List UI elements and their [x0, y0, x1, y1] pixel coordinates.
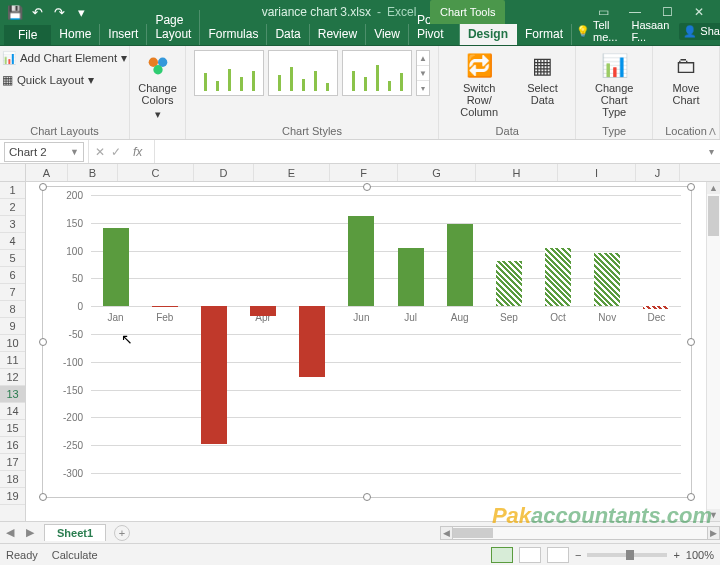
enter-formula-icon[interactable]: ✓	[111, 145, 121, 159]
column-header[interactable]: J	[636, 164, 680, 181]
chart-styles-gallery[interactable]: ▲▼▾	[194, 50, 430, 96]
row-header[interactable]: 14	[0, 403, 25, 420]
scroll-right-icon[interactable]: ▶	[707, 527, 719, 539]
save-icon[interactable]: 💾	[6, 3, 24, 21]
column-header[interactable]: G	[398, 164, 476, 181]
row-header[interactable]: 10	[0, 335, 25, 352]
tab-format[interactable]: Format	[517, 24, 572, 45]
column-header[interactable]: C	[118, 164, 194, 181]
name-box[interactable]: Chart 2 ▼	[4, 142, 84, 162]
row-header[interactable]: 6	[0, 267, 25, 284]
row-header[interactable]: 2	[0, 199, 25, 216]
column-header[interactable]: E	[254, 164, 330, 181]
sheet-tab-active[interactable]: Sheet1	[44, 524, 106, 541]
chart-bar[interactable]	[545, 248, 571, 306]
row-header[interactable]: 18	[0, 471, 25, 488]
tab-home[interactable]: Home	[51, 24, 100, 45]
chart-bar[interactable]	[594, 253, 620, 306]
scroll-thumb[interactable]	[453, 528, 493, 538]
column-header[interactable]: A	[26, 164, 68, 181]
scroll-up-icon[interactable]: ▲	[707, 182, 720, 194]
cancel-formula-icon[interactable]: ✕	[95, 145, 105, 159]
row-header[interactable]: 11	[0, 352, 25, 369]
row-header[interactable]: 4	[0, 233, 25, 250]
new-sheet-button[interactable]: +	[114, 525, 130, 541]
row-header[interactable]: 13	[0, 386, 25, 403]
chart-bar[interactable]	[643, 306, 669, 309]
chart-style-thumb[interactable]	[268, 50, 338, 96]
zoom-in-icon[interactable]: +	[673, 549, 679, 561]
resize-handle[interactable]	[363, 183, 371, 191]
chart-bar[interactable]	[447, 224, 473, 306]
column-header[interactable]: I	[558, 164, 636, 181]
share-button[interactable]: 👤 Share	[679, 23, 720, 40]
row-header[interactable]: 1	[0, 182, 25, 199]
quick-layout-button[interactable]: ▦Quick Layout ▾	[0, 72, 96, 88]
page-break-view-button[interactable]	[547, 547, 569, 563]
expand-formula-bar-icon[interactable]: ▾	[703, 146, 720, 157]
row-header[interactable]: 3	[0, 216, 25, 233]
resize-handle[interactable]	[39, 493, 47, 501]
row-header[interactable]: 8	[0, 301, 25, 318]
tab-file[interactable]: File	[4, 25, 51, 45]
row-header[interactable]: 19	[0, 488, 25, 505]
chart-style-thumb[interactable]	[194, 50, 264, 96]
chart-bar[interactable]	[152, 306, 178, 307]
zoom-slider[interactable]	[587, 553, 667, 557]
tab-design[interactable]: Design	[460, 24, 517, 45]
column-header[interactable]: B	[68, 164, 118, 181]
chart-bar[interactable]	[201, 306, 227, 444]
zoom-level[interactable]: 100%	[686, 549, 714, 561]
sheet-nav-next-icon[interactable]: ▶	[20, 526, 40, 539]
tab-insert[interactable]: Insert	[100, 24, 147, 45]
tab-page-layout[interactable]: Page Layout	[147, 10, 200, 45]
normal-view-button[interactable]	[491, 547, 513, 563]
name-box-dropdown-icon[interactable]: ▼	[70, 147, 79, 157]
chart-bar[interactable]	[496, 261, 522, 307]
tab-view[interactable]: View	[366, 24, 409, 45]
sheet-nav-prev-icon[interactable]: ◀	[0, 526, 20, 539]
add-chart-element-button[interactable]: 📊Add Chart Element ▾	[0, 50, 129, 66]
gallery-nav[interactable]: ▲▼▾	[416, 50, 430, 96]
account-user[interactable]: Hasaan F...	[627, 17, 673, 45]
tab-data[interactable]: Data	[267, 24, 309, 45]
chart-style-thumb[interactable]	[342, 50, 412, 96]
row-header[interactable]: 5	[0, 250, 25, 267]
scroll-left-icon[interactable]: ◀	[441, 527, 453, 539]
zoom-out-icon[interactable]: −	[575, 549, 581, 561]
horizontal-scrollbar[interactable]: ◀ ▶	[440, 526, 720, 540]
switch-row-column-button[interactable]: 🔁Switch Row/ Column	[447, 50, 511, 120]
row-header[interactable]: 16	[0, 437, 25, 454]
tab-review[interactable]: Review	[310, 24, 366, 45]
worksheet-grid[interactable]: ABCDEFGHIJ 12345678910111213141516171819…	[0, 164, 720, 521]
chart-bar[interactable]	[398, 248, 424, 306]
fx-icon[interactable]: fx	[127, 145, 148, 159]
row-header[interactable]: 12	[0, 369, 25, 386]
chart-bar[interactable]	[250, 306, 276, 316]
row-header[interactable]: 17	[0, 454, 25, 471]
redo-icon[interactable]: ↷	[50, 3, 68, 21]
resize-handle[interactable]	[687, 338, 695, 346]
chart-object[interactable]: ↖ 200150100500-50-100-150-200-250-300Jan…	[42, 186, 692, 498]
column-header[interactable]: H	[476, 164, 558, 181]
chart-bar[interactable]	[103, 228, 129, 306]
zoom-control[interactable]: − + 100%	[575, 549, 714, 561]
column-header[interactable]: F	[330, 164, 398, 181]
page-layout-view-button[interactable]	[519, 547, 541, 563]
resize-handle[interactable]	[687, 493, 695, 501]
move-chart-button[interactable]: 🗀Move Chart	[661, 50, 711, 108]
chart-bar[interactable]	[348, 216, 374, 306]
scroll-thumb[interactable]	[708, 196, 719, 236]
collapse-ribbon-icon[interactable]: ᐱ	[709, 126, 716, 137]
scroll-down-icon[interactable]: ▼	[707, 509, 720, 521]
resize-handle[interactable]	[363, 493, 371, 501]
chart-bar[interactable]	[299, 306, 325, 377]
select-all-corner[interactable]	[0, 164, 26, 181]
change-colors-button[interactable]: Change Colors ▾	[133, 50, 183, 122]
tell-me-search[interactable]: 💡 Tell me...	[572, 17, 621, 45]
undo-icon[interactable]: ↶	[28, 3, 46, 21]
row-header[interactable]: 15	[0, 420, 25, 437]
tab-formulas[interactable]: Formulas	[200, 24, 267, 45]
vertical-scrollbar[interactable]: ▲ ▼	[706, 182, 720, 521]
row-header[interactable]: 7	[0, 284, 25, 301]
